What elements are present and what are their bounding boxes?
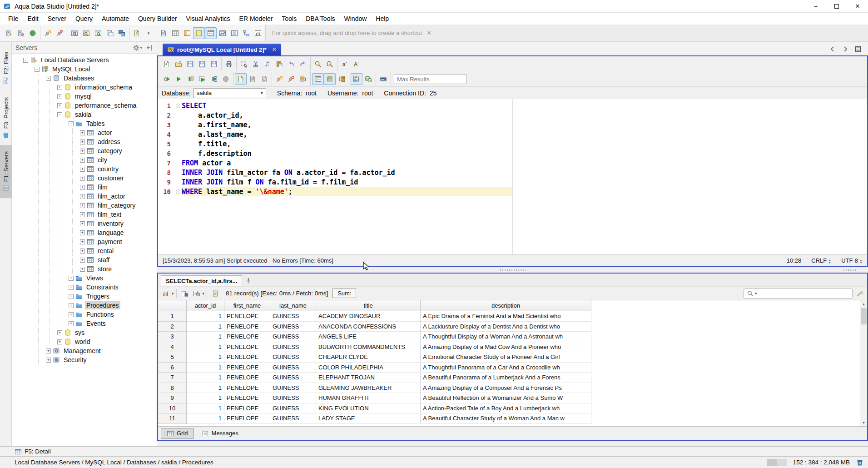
collapse-toggle-icon[interactable]: -: [69, 121, 74, 126]
grid-cell[interactable]: PENELOPE: [224, 322, 270, 332]
tree-item-databases[interactable]: -Databases: [12, 74, 157, 83]
list-window-button[interactable]: [228, 27, 240, 39]
grid-cell[interactable]: ANACONDA CONFESSIONS: [316, 322, 421, 332]
column-header-first_name[interactable]: first_name: [224, 300, 270, 311]
forward-icon[interactable]: [842, 45, 849, 53]
grid-cell[interactable]: A Emotional Character Study of a Pioneer…: [421, 352, 591, 363]
chart-window-button[interactable]: [252, 27, 264, 39]
grid-cell[interactable]: PENELOPE: [224, 311, 270, 322]
results-grid-button[interactable]: [312, 73, 324, 85]
save-button[interactable]: [184, 58, 196, 70]
grid-cell[interactable]: 1: [187, 352, 224, 363]
table-row[interactable]: 71PENELOPEGUINESSELEPHANT TROJANA Beauti…: [158, 373, 860, 383]
grid-cell[interactable]: ACADEMY DINOSAUR: [316, 311, 421, 322]
fold-marker-icon[interactable]: −: [176, 104, 180, 108]
rollback-button[interactable]: [258, 73, 270, 85]
column-header-description[interactable]: description: [421, 300, 591, 311]
cut-button[interactable]: [250, 58, 262, 70]
fold-marker-icon[interactable]: −: [176, 189, 180, 194]
grid-cell[interactable]: A Beautiful Panorama of a Lumberjack And…: [421, 373, 591, 383]
menu-server[interactable]: Server: [43, 13, 71, 24]
stop-button[interactable]: [220, 73, 232, 85]
grid-cell[interactable]: ELEPHANT TROJAN: [316, 373, 421, 383]
results-switch-button[interactable]: [336, 73, 347, 85]
row-number[interactable]: 10: [158, 403, 187, 414]
auto-commit-button[interactable]: [235, 73, 247, 85]
document-tab[interactable]: root@MySQL Local [Untitled 2]* ✕: [163, 44, 281, 55]
pin-icon[interactable]: [245, 277, 252, 284]
close-button[interactable]: ✕: [847, 0, 868, 12]
code-line-1[interactable]: 1−SELECT: [158, 101, 867, 110]
select-button[interactable]: [238, 58, 250, 70]
redo-button[interactable]: [297, 58, 309, 70]
query-builder-button[interactable]: [92, 27, 104, 39]
date-format-button[interactable]: 12: [362, 73, 374, 85]
expand-toggle-icon[interactable]: +: [69, 303, 74, 308]
row-number[interactable]: 3: [158, 332, 187, 342]
schema-browser-button[interactable]: [27, 27, 39, 39]
menu-dba-tools[interactable]: DBA Tools: [301, 13, 339, 24]
grid-cell[interactable]: PENELOPE: [224, 363, 270, 373]
tree-item-local-database-servers[interactable]: -Local Database Servers: [12, 55, 157, 65]
excel-export-icon[interactable]: [191, 288, 203, 299]
tree-item-staff[interactable]: +staff: [12, 255, 157, 264]
disconnect-server-button[interactable]: [54, 27, 65, 39]
er-modeler-button[interactable]: [116, 27, 128, 39]
tree-item-tables[interactable]: -Tables: [12, 119, 157, 128]
grid-cell[interactable]: 1: [187, 373, 224, 383]
expand-toggle-icon[interactable]: +: [80, 267, 85, 272]
dock-tab-f1-servers[interactable]: F1: Servers: [0, 145, 12, 198]
row-number[interactable]: 11: [158, 413, 187, 424]
menu-automate[interactable]: Automate: [97, 13, 134, 24]
grid-cell[interactable]: A Beautiful Reflection of a Womanizer An…: [421, 393, 591, 403]
code-line-2[interactable]: 2 a.actor_id,: [158, 110, 867, 120]
table-row[interactable]: 61PENELOPEGUINESSCOLOR PHILADELPHIAA Tho…: [158, 363, 860, 373]
caret-down-button[interactable]: ▾: [143, 27, 154, 39]
collapse-toggle-icon[interactable]: -: [23, 58, 28, 63]
database-window-button[interactable]: [193, 27, 205, 39]
chart-results-icon[interactable]: [160, 288, 172, 299]
register-server-button[interactable]: [3, 27, 15, 39]
max-results-input[interactable]: [394, 74, 466, 84]
collapse-panel-icon[interactable]: [146, 44, 153, 51]
chevron-down-icon[interactable]: ▾: [755, 291, 757, 296]
scroll-up-icon[interactable]: ▲: [860, 300, 867, 308]
expand-toggle-icon[interactable]: +: [57, 85, 62, 90]
expand-toggle-icon[interactable]: +: [80, 249, 85, 254]
table-row[interactable]: 41PENELOPEGUINESSBULWORTH COMMANDMENTSA …: [158, 342, 860, 353]
tree-item-information-schema[interactable]: +information_schema: [12, 83, 157, 92]
detail-bar[interactable]: F5: Detail: [0, 446, 868, 456]
grid-cell[interactable]: GUINESS: [270, 413, 316, 424]
menu-query-builder[interactable]: Query Builder: [134, 13, 182, 24]
tree-item-mysql[interactable]: +mysql: [12, 92, 157, 101]
back-icon[interactable]: [829, 45, 836, 53]
code-line-6[interactable]: 6 f.description: [158, 149, 867, 158]
results-form-button[interactable]: [351, 73, 362, 85]
grid-cell[interactable]: PENELOPE: [224, 413, 270, 424]
tree-item-actor[interactable]: +actor: [12, 128, 157, 137]
tree-item-city[interactable]: +city: [12, 155, 157, 164]
expand-toggle-icon[interactable]: +: [46, 349, 51, 353]
dock-tab-f2-files[interactable]: F2: Files: [2, 45, 10, 91]
collapse-toggle-icon[interactable]: -: [35, 67, 40, 72]
code-line-3[interactable]: 3 a.first_name,: [158, 120, 867, 129]
tree-item-functions[interactable]: +Functions: [12, 310, 157, 319]
execute-button[interactable]: [173, 73, 184, 85]
expand-toggle-icon[interactable]: +: [69, 285, 74, 290]
sum-button[interactable]: Sum:: [332, 289, 356, 298]
quick-access-area[interactable]: For quick access, drag and drop here to …: [265, 25, 868, 41]
grid-cell[interactable]: GUINESS: [270, 373, 316, 383]
menu-tools[interactable]: Tools: [278, 13, 302, 24]
collapse-toggle-icon[interactable]: -: [46, 76, 51, 81]
inject-button[interactable]: [273, 73, 285, 85]
expand-toggle-icon[interactable]: +: [80, 203, 85, 208]
menu-file[interactable]: File: [4, 13, 23, 24]
grid-cell[interactable]: COLOR PHILADELPHIA: [316, 363, 421, 373]
grid-cell[interactable]: 1: [187, 413, 224, 424]
grid-cell[interactable]: A Epic Drama of a Feminist And a Mad Sci…: [421, 311, 591, 322]
save-as-button[interactable]: [196, 58, 208, 70]
grid-cell[interactable]: CHEAPER CLYDE: [316, 352, 421, 363]
grid-cell[interactable]: ANGELS LIFE: [316, 332, 421, 342]
grid-settings-icon[interactable]: [856, 290, 863, 297]
row-number[interactable]: 7: [158, 373, 187, 383]
